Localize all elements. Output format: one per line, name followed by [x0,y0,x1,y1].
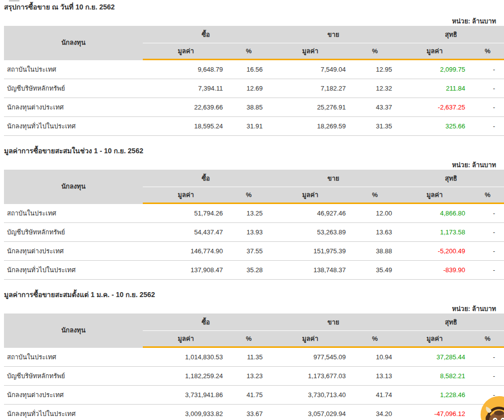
cell-buy-percent: 41.75 [229,386,269,405]
col-subheader-sell-percent: % [352,331,398,347]
col-subheader-sell-value: มูลค่า [269,331,352,347]
cell-sell-percent: 12.95 [352,60,398,79]
cell-investor-name: สถาบันในประเทศ [4,347,143,367]
table-body: สถาบันในประเทศ51,794.2613.2546,927.4612.… [4,204,504,280]
col-header-net: สุทธิ [398,314,504,331]
cell-net-value: -2,637.25 [398,98,471,117]
cell-buy-percent: 13.23 [229,367,269,386]
cell-net-percent: - [471,79,504,98]
cell-investor-name: บัญชีบริษัทหลักทรัพย์ [4,367,143,386]
unit-label: หน่วย: ล้านบาท [0,17,496,25]
col-subheader-buy-percent: % [229,187,269,204]
col-subheader-net-percent: % [471,43,504,60]
cell-sell-percent: 38.88 [352,242,398,261]
col-subheader-sell-value: มูลค่า [269,187,352,204]
col-header-net: สุทธิ [398,26,504,43]
cell-investor-name: สถาบันในประเทศ [4,204,143,223]
cell-sell-value: 53,263.89 [269,223,352,242]
unit-label: หน่วย: ล้านบาท [0,161,496,169]
section-title: สรุปการซื้อขาย ณ วันที่ 10 ก.ย. 2562 [4,2,504,11]
cell-sell-value: 25,276.91 [269,98,352,117]
cell-net-percent: - [471,117,504,136]
cell-net-value: 211.84 [398,79,471,98]
cell-net-percent: - [471,98,504,117]
col-header-buy: ซื้อ [143,314,269,331]
table-row: นักลงทุนต่างประเทศ3,731,941.8641.753,730… [4,386,504,405]
cell-sell-value: 7,182.27 [269,79,352,98]
cell-sell-value: 138,748.37 [269,261,352,280]
cell-investor-name: นักลงทุนทั่วไปในประเทศ [4,405,143,420]
cell-buy-value: 3,731,941.86 [143,386,229,405]
cell-investor-name: นักลงทุนต่างประเทศ [4,242,143,261]
cell-investor-name: บัญชีบริษัทหลักทรัพย์ [4,223,143,242]
bull-mascot-icon [481,396,504,420]
cell-net-value: 8,582.21 [398,367,471,386]
cell-net-value: 2,099.75 [398,60,471,79]
col-subheader-buy-value: มูลค่า [143,43,229,60]
col-header-net: สุทธิ [398,170,504,187]
cell-sell-percent: 41.74 [352,386,398,405]
col-subheader-buy-percent: % [229,43,269,60]
table-row: นักลงทุนทั่วไปในประเทศ18,595.2431.9118,2… [4,117,504,136]
table-row: บัญชีบริษัทหลักทรัพย์54,437.4713.9353,26… [4,223,504,242]
col-subheader-sell-value: มูลค่า [269,43,352,60]
cell-investor-name: นักลงทุนทั่วไปในประเทศ [4,117,143,136]
cell-sell-percent: 13.63 [352,223,398,242]
cell-buy-value: 18,595.24 [143,117,229,136]
period-summary-section: มูลค่าการซื้อขายสะสมในช่วง 1 - 10 ก.ย. 2… [0,146,504,280]
cell-buy-percent: 37.55 [229,242,269,261]
cell-sell-value: 151,975.39 [269,242,352,261]
cell-sell-value: 7,549.04 [269,60,352,79]
table-row: สถาบันในประเทศ51,794.2613.2546,927.4612.… [4,204,504,223]
cell-buy-percent: 13.93 [229,223,269,242]
cell-sell-value: 1,173,677.03 [269,367,352,386]
cell-buy-value: 7,394.11 [143,79,229,98]
chatbot-mascot-button[interactable] [481,396,504,420]
cell-sell-percent: 34.20 [352,405,398,420]
cell-net-percent: - [471,347,504,367]
cell-buy-percent: 13.25 [229,204,269,223]
cell-sell-value: 3,730,713.40 [269,386,352,405]
table-row: สถาบันในประเทศ1,014,830.5311.35977,545.0… [4,347,504,367]
col-subheader-buy-value: มูลค่า [143,187,229,204]
cell-net-percent: - [471,223,504,242]
table-body: สถาบันในประเทศ1,014,830.5311.35977,545.0… [4,347,504,420]
cell-sell-percent: 43.37 [352,98,398,117]
section-title: มูลค่าการซื้อขายสะสมตั้งแต่ 1 ม.ค. - 10 … [4,290,504,299]
col-header-investor: นักลงทุน [4,314,143,347]
investor-summary-table-ytd: นักลงทุน ซื้อ ขาย สุทธิ มูลค่า % มูลค่า … [4,314,504,420]
col-subheader-net-value: มูลค่า [398,187,471,204]
daily-summary-section: สรุปการซื้อขาย ณ วันที่ 10 ก.ย. 2562 หน่… [0,2,504,136]
cell-buy-value: 1,014,830.53 [143,347,229,367]
col-subheader-net-percent: % [471,331,504,347]
col-header-buy: ซื้อ [143,26,269,43]
table-row: บัญชีบริษัทหลักทรัพย์7,394.1112.697,182.… [4,79,504,98]
section-title: มูลค่าการซื้อขายสะสมในช่วง 1 - 10 ก.ย. 2… [4,146,504,155]
table-row: นักลงทุนทั่วไปในประเทศ3,009,933.8233.673… [4,405,504,420]
col-header-investor: นักลงทุน [4,26,143,60]
ytd-summary-section: มูลค่าการซื้อขายสะสมตั้งแต่ 1 ม.ค. - 10 … [0,290,504,420]
table-row: นักลงทุนต่างประเทศ146,774.9037.55151,975… [4,242,504,261]
cell-buy-value: 1,182,259.24 [143,367,229,386]
investor-summary-table-period: นักลงทุน ซื้อ ขาย สุทธิ มูลค่า % มูลค่า … [4,170,504,280]
cell-sell-percent: 13.13 [352,367,398,386]
cell-net-percent: - [471,60,504,79]
cell-sell-percent: 35.49 [352,261,398,280]
col-subheader-buy-value: มูลค่า [143,331,229,347]
cell-net-value: 4,866.80 [398,204,471,223]
cell-sell-percent: 12.32 [352,79,398,98]
cell-buy-percent: 11.35 [229,347,269,367]
cell-buy-percent: 12.69 [229,79,269,98]
cell-buy-value: 146,774.90 [143,242,229,261]
cell-sell-percent: 10.94 [352,347,398,367]
col-subheader-buy-percent: % [229,331,269,347]
trading-summary-page: สรุปการซื้อขาย ณ วันที่ 10 ก.ย. 2562 หน่… [0,0,504,420]
cell-investor-name: นักลงทุนทั่วไปในประเทศ [4,261,143,280]
col-subheader-sell-percent: % [352,43,398,60]
cell-net-value: 1,173.58 [398,223,471,242]
table-row: นักลงทุนต่างประเทศ22,639.6638.8525,276.9… [4,98,504,117]
cell-sell-value: 46,927.46 [269,204,352,223]
col-header-investor: นักลงทุน [4,170,143,204]
cell-investor-name: นักลงทุนต่างประเทศ [4,98,143,117]
col-header-sell: ขาย [269,170,398,187]
